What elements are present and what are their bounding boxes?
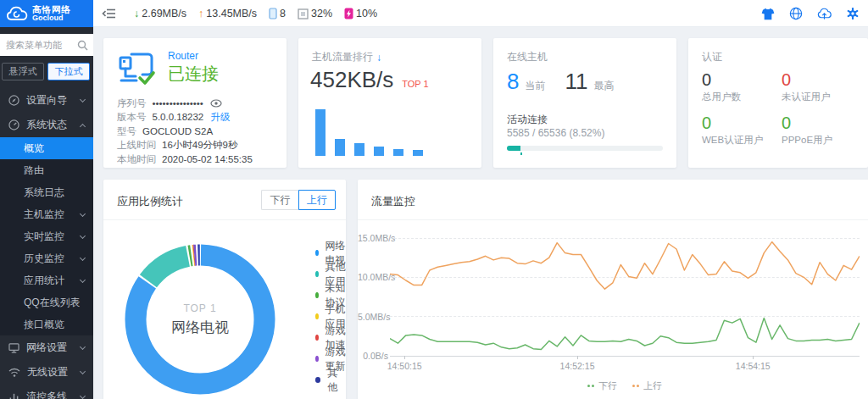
sidebar-item-realtime-monitor[interactable]: 实时监控 [0, 225, 93, 247]
direction-toggle: 下行 上行 [261, 190, 336, 210]
traffic-series-line [390, 242, 860, 290]
current-hosts-label: 当前 [525, 79, 545, 93]
router-icon [117, 50, 156, 87]
legend-dot [315, 356, 319, 362]
settings-gear-icon[interactable] [846, 7, 860, 20]
legend-dot [315, 271, 319, 277]
device-icon [269, 8, 277, 19]
max-hosts-value: 11 [565, 69, 587, 95]
auth-pppoe-users: 0 PPPoE用户 [782, 114, 861, 147]
dashboard-page: 高恪网络 Gocloud ↓ 2.69MB/s ↑ 13.45MB/s [0, 0, 868, 399]
memory-icon [298, 8, 309, 19]
system-status-submenu: 概览 路由 系统日志 主机监控 实时监控 历史监控 [0, 137, 93, 335]
app-ratio-title: 应用比例统计 [117, 194, 183, 209]
y-tick-label: 0.0B/s [358, 351, 388, 361]
legend-upload[interactable]: 上行 [632, 380, 662, 392]
y-tick-label: 10.0MB/s [358, 272, 388, 282]
language-globe-icon[interactable] [789, 7, 803, 20]
x-tick-mark [404, 356, 405, 359]
sidebar-item-system-status[interactable]: 系统状态 [0, 113, 93, 137]
current-hosts-value: 8 [507, 69, 519, 95]
online-hosts-card: 在线主机 8 当前 11 最高 活动连接 5585 / 65536 (8.52%… [493, 38, 676, 168]
auth-web-users: 0 WEB认证用户 [702, 114, 782, 147]
sidebar-item-interface-overview[interactable]: 接口概览 [0, 313, 93, 335]
auth-card: 认证 0 总用户数 0 未认证用户 0 WEB认证用户 0 PPPoE用户 [688, 38, 868, 168]
tab-dropdown-mode[interactable]: 下拉式 [47, 63, 90, 80]
sidebar-item-system-log[interactable]: 系统日志 [0, 181, 93, 203]
legend-marker [632, 385, 639, 387]
legend-dot [315, 313, 319, 319]
cloud-upload-icon[interactable] [817, 8, 832, 20]
theme-tshirt-icon[interactable] [761, 8, 775, 20]
app-ratio-legend: 网络电视 其他应用 未知协议 手机应用 游戏加速 游戏更新 其他 [315, 242, 346, 391]
router-info-card: Router 已连接 序列号••••••••••••••• 版本号5.0.0.1… [103, 38, 287, 168]
menu-search-box[interactable] [0, 34, 93, 56]
dashboard-icon [8, 119, 19, 130]
header-action-icons [761, 0, 860, 27]
chevron-down-icon [80, 254, 86, 260]
chevron-down-icon [80, 232, 86, 238]
sidebar-item-flow-control[interactable]: 流控多线 [0, 385, 93, 399]
sidebar: 悬浮式 下拉式 设置向导 系统状态 [0, 27, 93, 399]
connections-progress-bar [507, 146, 663, 151]
search-icon[interactable] [77, 40, 88, 51]
upload-toggle-button[interactable]: 上行 [298, 190, 336, 210]
legend-download[interactable]: 下行 [587, 380, 617, 392]
up-arrow-icon: ↑ [198, 8, 203, 19]
menu-fold-icon[interactable] [102, 7, 116, 20]
sidebar-item-routing[interactable]: 路由 [0, 159, 93, 181]
top1-badge: TOP 1 [402, 79, 428, 89]
legend-item[interactable]: 其他 [315, 369, 346, 391]
download-speed: ↓ 2.69MB/s [134, 8, 186, 19]
host-traffic-title: 主机流量排行 [312, 50, 373, 64]
active-connections-value: 5585 / 65536 (8.52%) [507, 127, 604, 139]
max-hosts-label: 最高 [593, 79, 614, 93]
upload-speed: ↑ 13.45MB/s [198, 8, 257, 19]
sidebar-item-qq-online-list[interactable]: QQ在线列表 [0, 291, 93, 313]
sidebar-item-host-monitor[interactable]: 主机监控 [0, 203, 93, 225]
chevron-up-icon [80, 123, 86, 129]
top-host-speed: 452KB/s [310, 67, 393, 93]
version-row: 版本号5.0.0.18232升级 [117, 110, 253, 124]
chevron-down-icon [80, 344, 86, 350]
donut-center-top: TOP 1 [183, 302, 216, 314]
sidebar-item-history-monitor[interactable]: 历史监控 [0, 247, 93, 269]
traffic-series-line [390, 319, 860, 350]
sidebar-item-app-statistics[interactable]: 应用统计 [0, 269, 93, 291]
search-input[interactable] [0, 40, 77, 50]
traffic-line-chart [390, 238, 860, 356]
y-tick-label: 15.0MB/s [358, 233, 388, 243]
traffic-bar [354, 143, 364, 156]
host-traffic-bar-chart [315, 108, 468, 156]
chevron-down-icon [80, 276, 86, 282]
download-toggle-button[interactable]: 下行 [261, 190, 298, 210]
online-hosts-title: 在线主机 [507, 50, 548, 64]
traffic-bar [413, 150, 423, 156]
traffic-bar [393, 149, 403, 156]
tab-float-mode[interactable]: 悬浮式 [2, 63, 44, 80]
eye-icon[interactable] [210, 99, 222, 108]
localtime-row: 本地时间2020-05-02 14:55:35 [117, 152, 253, 166]
sidebar-item-overview[interactable]: 概览 [0, 137, 93, 159]
legend-dot [315, 250, 319, 256]
sidebar-item-setup-wizard[interactable]: 设置向导 [0, 88, 93, 113]
cpu-usage: 10% [344, 8, 377, 19]
serial-masked: ••••••••••••••• [153, 98, 203, 108]
upgrade-link[interactable]: 升级 [210, 112, 230, 122]
x-tick-mark [753, 356, 754, 359]
router-status-text: 已连接 [168, 63, 219, 86]
active-connections-label: 活动连接 [507, 113, 548, 127]
sort-down-arrow-icon[interactable]: ↓ [376, 52, 381, 64]
host-traffic-card: 主机流量排行 ↓ 452KB/s TOP 1 [298, 38, 481, 168]
x-tick-label: 14:50:15 [377, 361, 431, 371]
menu-mode-tabs: 悬浮式 下拉式 [2, 63, 90, 80]
chevron-down-icon [80, 393, 86, 399]
legend-dot [315, 335, 319, 341]
traffic-bar [335, 139, 345, 156]
chevron-down-icon [80, 210, 86, 216]
monitor-icon [8, 343, 19, 353]
brand-logo[interactable]: 高恪网络 Gocloud [0, 0, 93, 27]
sidebar-item-wireless-settings[interactable]: 无线设置 [0, 360, 93, 385]
sidebar-item-network-settings[interactable]: 网络设置 [0, 335, 93, 360]
uptime-row: 上线时间16小时49分钟9秒 [117, 138, 253, 152]
